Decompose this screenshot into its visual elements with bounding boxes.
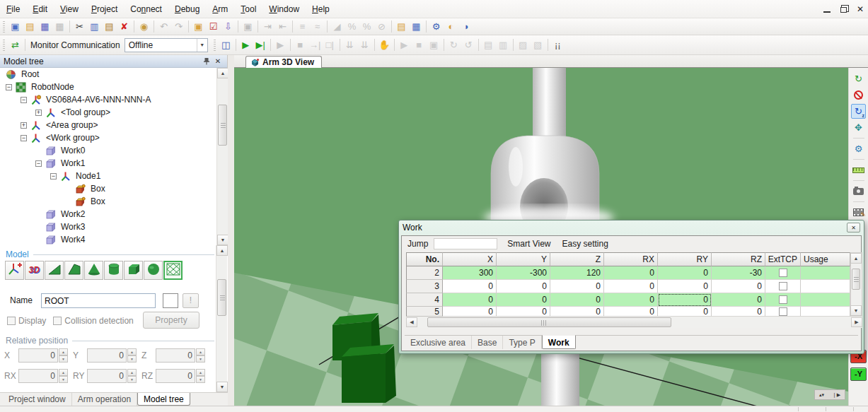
- cut-icon[interactable]: ✂: [72, 19, 87, 34]
- view-axis-y-button[interactable]: -Y: [850, 367, 867, 381]
- record-edit-icon[interactable]: [851, 205, 866, 220]
- import-3d-model-button[interactable]: 3D3D: [25, 261, 44, 280]
- tree-item-work-group[interactable]: −<Work group>: [0, 131, 228, 144]
- no-shape-model-button[interactable]: [163, 261, 183, 280]
- cell-rz[interactable]: 0: [712, 293, 765, 307]
- tree-item-node1[interactable]: −Node1: [0, 170, 228, 182]
- toolbar-grip[interactable]: [3, 21, 5, 33]
- field-z-input[interactable]: 0: [156, 348, 195, 363]
- copy-icon[interactable]: ▥: [87, 19, 102, 34]
- panel-splitter[interactable]: [228, 55, 234, 406]
- tree-item-work3[interactable]: Work3: [0, 220, 228, 233]
- property-button[interactable]: Property: [143, 312, 199, 329]
- menu-arm[interactable]: Arm: [206, 1, 234, 17]
- slope-model-button[interactable]: [64, 261, 83, 280]
- save-all-icon[interactable]: ▦: [37, 19, 52, 34]
- tree-item-box[interactable]: Box: [0, 195, 228, 208]
- cell-x[interactable]: 300: [443, 266, 497, 280]
- minimize-button-icon[interactable]: [823, 11, 831, 13]
- collapse-toggle-icon[interactable]: −: [21, 135, 27, 141]
- field-ry-input[interactable]: 0: [87, 369, 127, 383]
- column-header-usage[interactable]: Usage: [801, 252, 850, 266]
- cube-model-button[interactable]: [124, 261, 143, 280]
- cell-usage[interactable]: [801, 280, 850, 293]
- paste-icon[interactable]: ▤: [102, 19, 117, 34]
- footprints-icon[interactable]: ¡¡: [550, 37, 565, 52]
- scroll-down-icon[interactable]: ▼: [217, 235, 228, 245]
- column-header-y[interactable]: Y: [497, 252, 550, 266]
- model-color-swatch[interactable]: [163, 293, 178, 308]
- spin-down-icon[interactable]: ▼: [59, 376, 68, 383]
- work-tab-type-p[interactable]: Type P: [503, 336, 541, 349]
- ext-tcp-checkbox[interactable]: [779, 307, 787, 316]
- scroll-down-icon[interactable]: ▼: [216, 382, 228, 392]
- toolbar-grip[interactable]: [214, 40, 216, 51]
- chevron-down-icon[interactable]: ▼: [197, 39, 207, 52]
- rotate-z-icon[interactable]: ↻z: [851, 104, 866, 119]
- run-source-icon[interactable]: ◫: [219, 37, 233, 52]
- display-checkbox[interactable]: [7, 317, 16, 325]
- cell-ry[interactable]: 0: [658, 280, 712, 293]
- menu-view[interactable]: View: [54, 1, 85, 17]
- cell-y[interactable]: 0: [497, 293, 550, 307]
- menu-tool[interactable]: Tool: [234, 1, 262, 17]
- cell-rz[interactable]: 0: [712, 280, 765, 293]
- delete-icon[interactable]: ✘: [117, 19, 132, 34]
- spin-down-icon[interactable]: ▼: [59, 355, 68, 363]
- work-table-hscrollbar[interactable]: ◀ ▶: [406, 317, 862, 328]
- ext-tcp-checkbox[interactable]: [779, 282, 787, 290]
- column-header-no[interactable]: No.: [406, 252, 443, 266]
- play-to-end-icon[interactable]: ▶|: [253, 37, 268, 52]
- menu-project[interactable]: Project: [85, 1, 124, 17]
- close-panel-icon[interactable]: ✕: [212, 57, 224, 66]
- arm-capture-icon[interactable]: ⚙: [429, 19, 444, 34]
- scrollbar-thumb[interactable]: [852, 269, 860, 290]
- restore-button-icon[interactable]: [840, 7, 847, 13]
- field-rx-input[interactable]: 0: [18, 369, 58, 383]
- watch-window-icon[interactable]: ▤: [394, 19, 409, 34]
- spin-up-icon[interactable]: ▲: [59, 348, 68, 355]
- tab-arm-operation[interactable]: Arm operation: [72, 393, 137, 406]
- cone-model-button[interactable]: [84, 261, 103, 280]
- cell-z[interactable]: 0: [550, 293, 604, 307]
- tree-item-box[interactable]: Box: [0, 182, 228, 195]
- menu-smart-view[interactable]: Smart View: [502, 239, 556, 249]
- cell-rz[interactable]: -30: [712, 266, 765, 280]
- alert-button[interactable]: !: [183, 293, 199, 308]
- tree-scrollbar[interactable]: ▲ ▼: [216, 68, 228, 245]
- sphere-model-button[interactable]: [144, 261, 163, 280]
- variable-table-icon[interactable]: ▦: [409, 19, 424, 34]
- connection-switch-icon[interactable]: ⇄: [8, 37, 23, 52]
- collision-detection-checkbox[interactable]: [53, 317, 62, 325]
- cell-usage[interactable]: [801, 307, 850, 317]
- tab-model-tree[interactable]: Model tree: [137, 393, 190, 406]
- menu-jump[interactable]: Jump: [402, 239, 434, 249]
- tree-item-work2[interactable]: Work2: [0, 208, 228, 220]
- column-header-z[interactable]: Z: [550, 252, 604, 266]
- work-tab-exclusive-area[interactable]: Exclusive area: [405, 336, 472, 349]
- ext-tcp-checkbox[interactable]: [779, 295, 787, 304]
- cell-ry[interactable]: 0: [658, 307, 712, 317]
- field-y-input[interactable]: 0: [87, 348, 127, 363]
- tree-item-work0[interactable]: Work0: [0, 144, 228, 157]
- menu-help[interactable]: Help: [306, 1, 336, 17]
- cell-x[interactable]: 0: [443, 293, 497, 307]
- new-project-icon[interactable]: ▣: [8, 19, 23, 34]
- field-x-input[interactable]: 0: [18, 348, 58, 363]
- close-button-icon[interactable]: ✕: [857, 5, 864, 13]
- cell-z[interactable]: 0: [550, 307, 604, 317]
- spin-down-icon[interactable]: ▼: [127, 376, 137, 383]
- cell-y[interactable]: 0: [497, 307, 550, 317]
- no-rotation-icon[interactable]: [851, 88, 866, 102]
- work-table-vscrollbar[interactable]: ▲ ▼: [850, 252, 862, 317]
- work-dialog-titlebar[interactable]: Work ✕: [399, 220, 864, 235]
- collapse-toggle-icon[interactable]: −: [35, 160, 42, 167]
- play-icon[interactable]: ▶: [238, 37, 253, 52]
- cell-ry[interactable]: 0: [658, 293, 712, 307]
- spin-down-icon[interactable]: ▼: [196, 376, 205, 383]
- spin-up-icon[interactable]: ▲: [127, 348, 137, 355]
- add-axis-model-button[interactable]: [5, 261, 24, 280]
- spin-up-icon[interactable]: ▲: [196, 369, 205, 376]
- pan-view-icon[interactable]: ✥: [851, 120, 866, 135]
- tree-item-area-group[interactable]: +<Area group>: [0, 119, 228, 131]
